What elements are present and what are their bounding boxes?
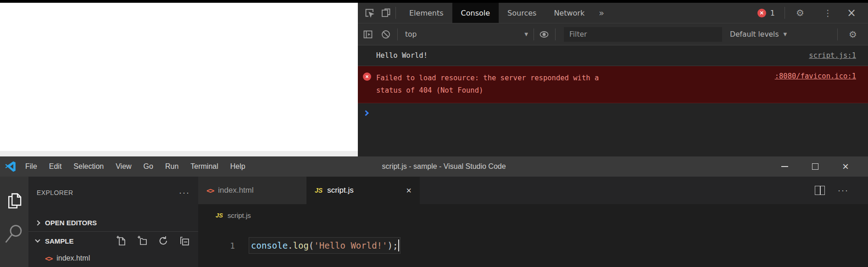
search-icon[interactable] <box>5 223 24 245</box>
screenshot-root: Elements Console Sources Network » × 1 ⚙… <box>0 0 868 267</box>
browser-viewport <box>0 3 358 156</box>
prompt-chevron-icon <box>363 110 369 116</box>
divider <box>785 7 785 19</box>
chevron-down-icon: ▼ <box>784 32 787 37</box>
minimize-button[interactable] <box>781 166 788 167</box>
kebab-menu-icon[interactable]: ⋮ <box>822 8 834 18</box>
token-dot: . <box>288 240 293 250</box>
file-name: index.html <box>56 254 90 262</box>
tab-network[interactable]: Network <box>545 3 593 23</box>
tab-elements[interactable]: Elements <box>401 3 452 23</box>
chevron-down-icon: ▼ <box>524 32 528 37</box>
explorer-sidebar: EXPLORER ··· OPEN EDITORS SAMPLE <box>28 177 198 267</box>
tab-index-html[interactable]: <> index.html <box>198 177 306 204</box>
explorer-files-icon[interactable] <box>6 192 23 211</box>
tab-console[interactable]: Console <box>452 3 499 23</box>
breadcrumb[interactable]: JS script.js <box>198 204 868 226</box>
menu-selection[interactable]: Selection <box>67 162 110 171</box>
menu-edit[interactable]: Edit <box>43 162 68 171</box>
live-expression-eye-icon[interactable] <box>539 29 550 40</box>
menu-terminal[interactable]: Terminal <box>184 162 224 171</box>
token-paren-open: ( <box>309 240 314 250</box>
device-toolbar-icon[interactable] <box>381 8 391 18</box>
log-levels-value: Default levels <box>730 30 779 39</box>
error-text: Failed to load resource: the server resp… <box>376 72 599 97</box>
devtools-close-icon[interactable]: × <box>847 7 856 18</box>
refresh-icon[interactable] <box>158 235 169 246</box>
split-editor-icon[interactable] <box>815 186 825 195</box>
maximize-button[interactable] <box>812 163 818 170</box>
divider <box>397 28 398 40</box>
log-text: Hello World! <box>376 51 428 60</box>
clear-console-icon[interactable] <box>381 29 391 39</box>
token-log: log <box>293 240 309 250</box>
inspect-element-icon[interactable] <box>364 8 374 18</box>
divider <box>395 7 396 19</box>
new-file-icon[interactable] <box>116 235 127 246</box>
more-tabs-icon[interactable]: » <box>593 8 610 18</box>
close-button[interactable]: × <box>842 161 849 172</box>
js-file-icon: JS <box>216 212 223 219</box>
collapse-all-icon[interactable] <box>179 235 190 246</box>
error-count-badge[interactable]: × 1 <box>757 9 775 17</box>
error-circle-icon: × <box>363 72 371 81</box>
devtools-panel: Elements Console Sources Network » × 1 ⚙… <box>358 3 868 156</box>
error-source-link[interactable]: :8080/favicon.ico:1 <box>775 72 856 80</box>
new-folder-icon[interactable] <box>137 235 148 246</box>
console-prompt[interactable] <box>358 103 868 117</box>
file-item-index-html[interactable]: <> index.html <box>28 250 198 267</box>
vscode-window: File Edit Selection View Go Run Terminal… <box>0 156 868 267</box>
tab-label: index.html <box>218 186 253 195</box>
editor-actions: ··· <box>815 177 868 204</box>
menu-run[interactable]: Run <box>159 162 184 171</box>
code-line-1: 1 console.log('Hello World!'); <box>198 237 868 254</box>
current-line-highlight: console.log('Hello World!'); <box>249 237 401 254</box>
token-string: 'Hello World!' <box>314 240 387 250</box>
divider <box>837 28 838 40</box>
divider <box>555 28 556 40</box>
tab-script-js[interactable]: JS script.js × <box>306 177 420 204</box>
code-editor[interactable]: 1 console.log('Hello World!'); <box>198 226 868 267</box>
sidebar-header: EXPLORER ··· <box>28 177 198 209</box>
filter-input[interactable] <box>564 27 722 42</box>
folder-section[interactable]: SAMPLE <box>28 232 198 250</box>
editor-area: <> index.html JS script.js × ··· JS <box>198 177 868 267</box>
error-count: 1 <box>770 9 775 17</box>
tab-label: script.js <box>327 186 354 195</box>
vscode-main: EXPLORER ··· OPEN EDITORS SAMPLE <box>0 177 868 267</box>
breadcrumb-file: script.js <box>228 211 251 219</box>
devtools-tab-bar: Elements Console Sources Network » × 1 ⚙… <box>358 3 868 23</box>
activity-bar <box>0 177 28 267</box>
vscode-logo-icon[interactable] <box>5 161 17 172</box>
context-selector-value: top <box>405 30 417 39</box>
sidebar-more-icon[interactable]: ··· <box>179 188 190 198</box>
html-file-icon: <> <box>206 186 213 195</box>
text-cursor <box>398 239 399 251</box>
divider <box>534 28 534 40</box>
console-error-row: × Failed to load resource: the server re… <box>358 66 868 103</box>
console-settings-gear-icon[interactable]: ⚙ <box>849 30 857 39</box>
tab-close-icon[interactable]: × <box>406 185 412 196</box>
log-source-link[interactable]: script.js:1 <box>809 51 856 60</box>
maximize-icon <box>812 163 818 170</box>
window-title: script.js - sample - Visual Studio Code <box>382 156 506 177</box>
settings-gear-icon[interactable]: ⚙ <box>796 8 804 17</box>
open-editors-label: OPEN EDITORS <box>45 219 97 227</box>
editor-more-icon[interactable]: ··· <box>838 186 849 195</box>
folder-name: SAMPLE <box>45 237 74 245</box>
tab-sources[interactable]: Sources <box>499 3 545 23</box>
token-console: console <box>251 240 288 250</box>
console-sidebar-toggle-icon[interactable] <box>362 29 373 40</box>
console-log-row: Hello World! script.js:1 <box>358 45 868 66</box>
menu-file[interactable]: File <box>19 162 43 171</box>
minimize-icon <box>781 166 788 167</box>
menu-help[interactable]: Help <box>224 162 251 171</box>
menu-view[interactable]: View <box>110 162 137 171</box>
menu-go[interactable]: Go <box>138 162 159 171</box>
explorer-actions <box>116 235 190 246</box>
log-levels-dropdown[interactable]: Default levels ▼ <box>730 30 787 39</box>
open-editors-section[interactable]: OPEN EDITORS <box>28 214 198 232</box>
console-messages: Hello World! script.js:1 × Failed to loa… <box>358 45 868 156</box>
js-file-icon: JS <box>315 187 323 194</box>
context-selector-dropdown[interactable]: top ▼ <box>405 30 528 39</box>
